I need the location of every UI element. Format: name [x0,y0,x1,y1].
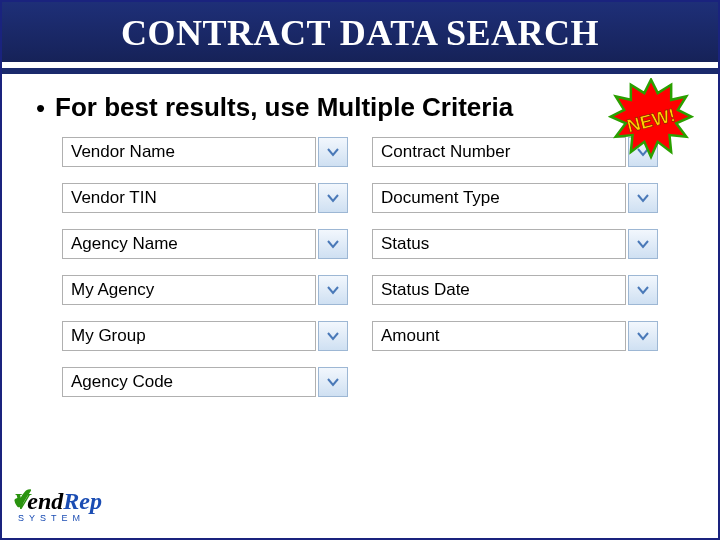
field-label: Status Date [372,275,626,305]
left-column: Vendor Name Vendor TIN Agency Name My Ag… [62,137,348,413]
field-agency-code: Agency Code [62,367,348,397]
field-my-group: My Group [62,321,348,351]
field-label: My Agency [62,275,316,305]
field-document-type: Document Type [372,183,658,213]
chevron-down-icon [636,237,650,251]
chevron-down-icon [326,329,340,343]
chevron-down-icon [326,375,340,389]
chevron-down-icon [636,329,650,343]
chevron-down-icon [326,283,340,297]
subtitle-text: For best results, use Multiple Criteria [55,92,513,123]
field-label: Agency Name [62,229,316,259]
field-amount: Amount [372,321,658,351]
bullet-icon: • [36,95,45,121]
field-status-date: Status Date [372,275,658,305]
field-agency-name: Agency Name [62,229,348,259]
dropdown-button[interactable] [628,183,658,213]
field-label: Contract Number [372,137,626,167]
dropdown-button[interactable] [318,367,348,397]
field-vendor-name: Vendor Name [62,137,348,167]
chevron-down-icon [326,237,340,251]
dropdown-button[interactable] [318,137,348,167]
dropdown-button[interactable] [318,229,348,259]
logo-rep: Rep [63,488,102,514]
dropdown-button[interactable] [318,183,348,213]
subtitle-row: • For best results, use Multiple Criteri… [2,74,718,131]
new-badge-icon: NEW! [606,78,696,162]
field-label: Document Type [372,183,626,213]
field-label: My Group [62,321,316,351]
checkmark-icon: ✔ [10,481,37,517]
field-label: Status [372,229,626,259]
right-column: Contract Number Document Type Status Sta… [372,137,658,413]
field-label: Vendor Name [62,137,316,167]
field-status: Status [372,229,658,259]
field-my-agency: My Agency [62,275,348,305]
slide: CONTRACT DATA SEARCH • For best results,… [0,0,720,540]
field-label: Vendor TIN [62,183,316,213]
chevron-down-icon [636,191,650,205]
dropdown-button[interactable] [318,321,348,351]
field-vendor-tin: Vendor TIN [62,183,348,213]
dropdown-button[interactable] [628,275,658,305]
chevron-down-icon [636,283,650,297]
criteria-columns: Vendor Name Vendor TIN Agency Name My Ag… [2,131,718,413]
chevron-down-icon [326,145,340,159]
chevron-down-icon [326,191,340,205]
logo-subtext: SYSTEM [14,513,144,523]
dropdown-button[interactable] [628,229,658,259]
dropdown-button[interactable] [628,321,658,351]
dropdown-button[interactable] [318,275,348,305]
field-label: Amount [372,321,626,351]
vendrep-logo: ✔ VendRep SYSTEM [14,488,144,530]
field-label: Agency Code [62,367,316,397]
page-title: CONTRACT DATA SEARCH [2,2,718,68]
